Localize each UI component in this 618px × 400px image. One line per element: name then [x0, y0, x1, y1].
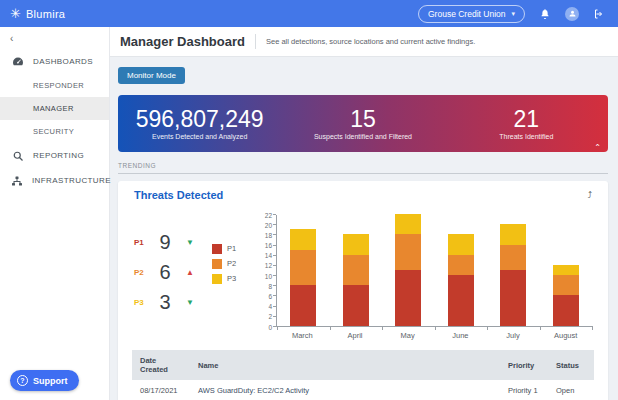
sidebar-item-infrastructure[interactable]: INFRASTRUCTURE	[0, 168, 109, 193]
x-tick-mark	[277, 326, 278, 330]
y-tick-label: 0	[268, 324, 272, 331]
threats-detected-card: Threats Detected ⤴︎ P19▼P26▲P33▼ P1P2P3 …	[118, 181, 608, 400]
stacked-bar-april[interactable]	[343, 234, 369, 326]
bar-segment-p3	[553, 265, 579, 275]
sidebar-subitem-label: RESPONDER	[33, 81, 84, 90]
bar-segment-p1	[395, 270, 421, 326]
sidebar-item-security[interactable]: SECURITY	[0, 120, 109, 143]
bar-segment-p3	[343, 234, 369, 254]
table-row[interactable]: 08/17/2021AWS GuardDuty: EC2/C2 Activity…	[132, 380, 594, 400]
stacked-bar-august[interactable]	[553, 265, 579, 326]
cell-priority: Priority 1	[500, 380, 548, 400]
page-title: Manager Dashboard	[120, 34, 245, 49]
monitor-mode-button[interactable]: Monitor Mode	[118, 67, 185, 84]
bar-segment-p1	[290, 285, 316, 326]
col-header-priority[interactable]: Priority	[500, 350, 548, 380]
gauge-icon	[11, 56, 24, 68]
sidebar-item-responder[interactable]: RESPONDER	[0, 74, 109, 97]
sidebar-collapse-button[interactable]: ‹	[0, 27, 109, 49]
sidebar-item-manager[interactable]: MANAGER	[0, 97, 109, 120]
legend-swatch	[212, 259, 222, 269]
stat-block: 15Suspects Identified and Filtered	[281, 107, 444, 139]
support-button[interactable]: ? Support	[10, 370, 79, 391]
sidebar: ‹ DASHBOARDS RESPONDER MANAGER SECURITY …	[0, 27, 110, 400]
stat-value: 15	[281, 107, 444, 131]
sidebar-item-reporting[interactable]: REPORTING	[0, 143, 109, 168]
stacked-bar-may[interactable]	[395, 214, 421, 326]
stacked-bar-june[interactable]	[448, 234, 474, 326]
bar-segment-p1	[343, 285, 369, 326]
y-tick-label: 20	[265, 222, 272, 229]
trend-down-icon: ▼	[186, 298, 194, 307]
stat-value: 21	[445, 107, 608, 131]
priority-label: P2	[134, 268, 152, 277]
chart-plot-area	[276, 215, 592, 327]
org-selector-dropdown[interactable]: Grouse Credit Union ▾	[418, 5, 525, 23]
x-tick-mark	[592, 326, 593, 330]
priority-row: P19▼	[134, 227, 212, 257]
legend-label: P1	[227, 244, 236, 253]
x-tick-mark	[330, 326, 331, 330]
bar-slot	[540, 215, 593, 326]
bar-slot	[487, 215, 540, 326]
chevron-down-icon: ▾	[511, 10, 515, 18]
trend-up-icon: ▲	[186, 268, 194, 277]
sidebar-item-label: DASHBOARDS	[33, 57, 93, 66]
chart-y-axis: 0246810121416182022	[256, 215, 276, 327]
x-axis-label: May	[381, 331, 434, 340]
sidebar-item-dashboards[interactable]: DASHBOARDS	[0, 49, 109, 74]
y-tick-label: 18	[265, 232, 272, 239]
main-content: Monitor Mode 596,807,249Events Detected …	[110, 57, 618, 400]
card-collapse-chevron-icon[interactable]: ⤴︎	[588, 190, 593, 200]
table-header-row: Date Created Name Priority Status	[132, 350, 594, 380]
cell-name[interactable]: AWS GuardDuty: EC2/C2 Activity	[190, 380, 500, 400]
bar-segment-p2	[448, 255, 474, 275]
col-header-name[interactable]: Name	[190, 350, 500, 380]
stat-label: Events Detected and Analyzed	[118, 133, 281, 140]
legend-swatch	[212, 274, 222, 284]
priority-value: 3	[152, 291, 178, 314]
x-axis-label: July	[487, 331, 540, 340]
user-avatar-icon[interactable]	[565, 7, 579, 21]
legend-item: P2	[212, 256, 256, 271]
chart-legend: P1P2P3	[212, 209, 256, 340]
x-tick-mark	[435, 326, 436, 330]
legend-item: P1	[212, 241, 256, 256]
bar-segment-p1	[500, 270, 526, 326]
banner-collapse-icon[interactable]: ⌃	[594, 144, 601, 152]
bar-segment-p1	[448, 275, 474, 326]
blumira-logo: ✳ Blumira	[10, 7, 65, 20]
stacked-bar-july[interactable]	[500, 224, 526, 326]
chart-x-axis-labels: MarchAprilMayJuneJulyAugust	[276, 331, 592, 340]
bar-segment-p2	[553, 275, 579, 295]
bar-segment-p3	[448, 234, 474, 254]
legend-label: P3	[227, 274, 236, 283]
x-axis-label: August	[539, 331, 592, 340]
col-header-status[interactable]: Status	[548, 350, 594, 380]
stat-label: Threats Identified	[445, 133, 608, 140]
y-tick-label: 10	[265, 273, 272, 280]
priority-summary: P19▼P26▲P33▼	[134, 209, 212, 340]
stat-block: 596,807,249Events Detected and Analyzed	[118, 107, 281, 139]
bar-slot	[435, 215, 488, 326]
priority-label: P1	[134, 238, 152, 247]
org-selector-label: Grouse Credit Union	[428, 9, 505, 19]
card-title: Threats Detected	[134, 189, 223, 201]
question-icon: ?	[17, 375, 28, 386]
y-tick-label: 4	[268, 303, 272, 310]
trending-section-label: TRENDING	[118, 162, 608, 169]
page-subtitle: See all detections, source locations and…	[266, 37, 475, 46]
logout-icon[interactable]	[592, 7, 606, 21]
col-header-date-created[interactable]: Date Created	[132, 350, 190, 380]
stacked-bar-march[interactable]	[290, 229, 316, 326]
bar-segment-p1	[553, 295, 579, 326]
stats-banner: 596,807,249Events Detected and Analyzed1…	[118, 95, 608, 152]
y-tick-label: 6	[268, 293, 272, 300]
legend-swatch	[212, 244, 222, 254]
stat-label: Suspects Identified and Filtered	[281, 133, 444, 140]
cell-date-created: 08/17/2021	[132, 380, 190, 400]
threats-chart: 0246810121416182022 MarchAprilMayJuneJul…	[256, 209, 592, 340]
bar-segment-p3	[395, 214, 421, 234]
y-tick-label: 22	[265, 212, 272, 219]
bell-icon[interactable]	[538, 7, 552, 21]
